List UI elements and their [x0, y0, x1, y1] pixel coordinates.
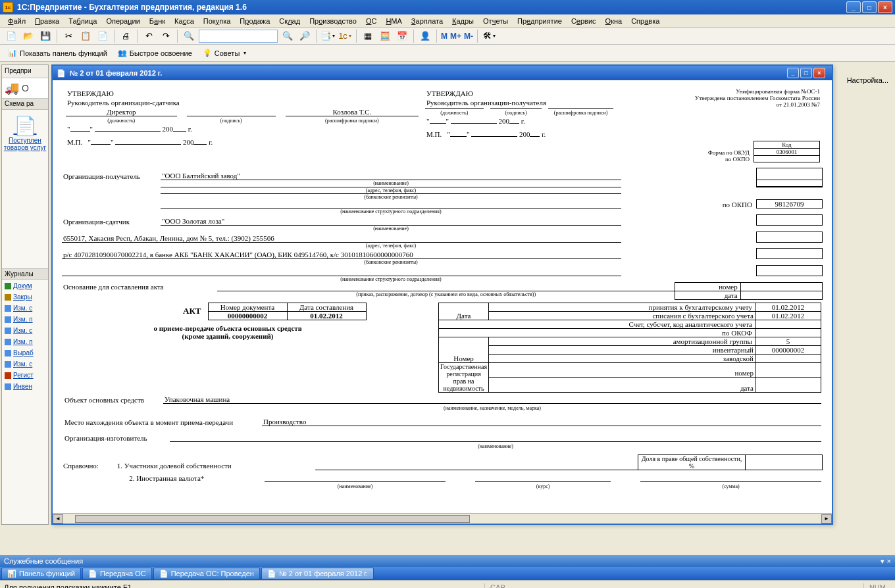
- undo-icon[interactable]: ↶: [141, 29, 156, 43]
- doc-titlebar: 📄 № 2 от 01 февраля 2012 г. _ □ ×: [53, 66, 832, 80]
- copy-icon[interactable]: 📋: [78, 29, 93, 43]
- maximize-button[interactable]: □: [862, 1, 877, 13]
- menu-operations[interactable]: Операции: [102, 16, 143, 26]
- journals-header: Журналы: [2, 268, 48, 280]
- window-taskbar: 📊 Панель функций 📄 Передача ОС 📄 Передач…: [0, 567, 895, 580]
- menu-enterprise[interactable]: Предприятие: [513, 16, 566, 26]
- tips-button[interactable]: 💡 Советы▾: [199, 47, 250, 59]
- doc-minimize-button[interactable]: _: [787, 68, 799, 78]
- open-icon[interactable]: 📂: [21, 29, 36, 43]
- menu-nma[interactable]: НМА: [382, 16, 405, 26]
- journal-item[interactable]: Изм. с: [2, 325, 48, 336]
- left-tab[interactable]: Предпри: [2, 65, 48, 78]
- menu-sale[interactable]: Продажа: [236, 16, 274, 26]
- m-minus-button[interactable]: M-: [464, 32, 473, 41]
- doc-maximize-button[interactable]: □: [800, 68, 812, 78]
- menu-kassa[interactable]: Касса: [170, 16, 198, 26]
- big-doc-link[interactable]: 📄 Поступлен товаров услуг: [2, 110, 48, 157]
- menu-purchase[interactable]: Покупка: [199, 16, 235, 26]
- doc-body: УТВЕРЖДАЮ Руководитель организации-сдатч…: [53, 80, 832, 524]
- redo-icon[interactable]: ↷: [159, 29, 173, 43]
- truck-icon: 🚚: [5, 81, 19, 95]
- doc-close-button[interactable]: ×: [813, 68, 825, 78]
- scroll-left-icon[interactable]: ◄: [53, 514, 63, 524]
- taskbar-item[interactable]: 📄 Передача ОС: [82, 568, 152, 579]
- sheet-icon[interactable]: ▦: [361, 29, 375, 43]
- journal-item[interactable]: Инвен: [2, 381, 48, 392]
- svc-pin-icon[interactable]: ▾: [881, 557, 884, 566]
- left-panel: Предпри 🚚 О Схема ра 📄 Поступлен товаров…: [1, 64, 49, 525]
- status-cap: CAP: [484, 583, 511, 589]
- menu-stock[interactable]: Склад: [275, 16, 304, 26]
- calendar-icon[interactable]: 📅: [395, 29, 409, 43]
- paste-icon[interactable]: 📄: [95, 29, 110, 43]
- document-window: 📄 № 2 от 01 февраля 2012 г. _ □ × УТВЕРЖ…: [51, 64, 833, 525]
- doc-icon: 📄: [57, 69, 66, 78]
- main-menu: Файл Правка Таблица Операции Банк Касса …: [0, 14, 895, 28]
- work-area: Предпри 🚚 О Схема ра 📄 Поступлен товаров…: [0, 62, 895, 555]
- close-button[interactable]: ×: [878, 1, 892, 13]
- status-bar: Для получения подсказки нажмите F1 CAP N…: [0, 580, 895, 588]
- m-plus-button[interactable]: M+: [450, 32, 461, 41]
- journal-item[interactable]: Регист: [2, 370, 48, 381]
- minimize-button[interactable]: _: [846, 1, 861, 13]
- menu-service[interactable]: Сервис: [567, 16, 600, 26]
- menu-windows[interactable]: Окна: [601, 16, 626, 26]
- doc-title: № 2 от 01 февраля 2012 г.: [70, 69, 162, 77]
- doc-scrollbar[interactable]: ◄ ►: [53, 513, 832, 524]
- menu-salary[interactable]: Зарплата: [407, 16, 447, 26]
- svc-close-icon[interactable]: ×: [887, 557, 891, 566]
- calc-icon[interactable]: 🧮: [378, 29, 392, 43]
- journal-item[interactable]: Изм. п: [2, 336, 48, 347]
- settings-icon[interactable]: 🛠▾: [482, 29, 496, 43]
- doc-page: УТВЕРЖДАЮ Руководитель организации-сдатч…: [53, 80, 832, 497]
- user-icon[interactable]: 👤: [418, 29, 432, 43]
- menu-os[interactable]: ОС: [362, 16, 381, 26]
- app-icon: 1c: [3, 2, 13, 12]
- quick-learn-button[interactable]: 👥 Быстрое освоение: [114, 47, 196, 59]
- menu-bank[interactable]: Банк: [145, 16, 169, 26]
- taskbar-item[interactable]: 📄 № 2 от 01 февраля 2012 г.: [261, 568, 374, 579]
- search-input[interactable]: [199, 30, 278, 43]
- taskbar-item[interactable]: 📊 Панель функций: [1, 568, 81, 579]
- journal-item[interactable]: Докум: [2, 280, 48, 291]
- menu-edit[interactable]: Правка: [31, 16, 63, 26]
- m-button[interactable]: M: [441, 32, 448, 41]
- menu-kadry[interactable]: Кадры: [448, 16, 478, 26]
- status-num: NUM: [863, 583, 891, 589]
- menu-reports[interactable]: Отчеты: [479, 16, 512, 26]
- journal-item[interactable]: Изм. с: [2, 358, 48, 370]
- find-next-icon[interactable]: 🔍: [280, 29, 295, 43]
- journal-item[interactable]: Изм. с: [2, 303, 48, 314]
- scroll-right-icon[interactable]: ►: [821, 514, 832, 524]
- journal-item[interactable]: Закры: [2, 291, 48, 303]
- main-titlebar: 1c 1С:Предприятие - Бухгалтерия предприя…: [0, 0, 895, 14]
- ic-icon[interactable]: 1c▾: [338, 29, 352, 43]
- copy-sheet-icon[interactable]: 📑▾: [320, 29, 335, 43]
- menu-table[interactable]: Таблица: [64, 16, 101, 26]
- menu-help[interactable]: Справка: [627, 16, 663, 26]
- show-panel-button[interactable]: 📊 Показать панель функций: [4, 47, 111, 59]
- taskbar-item[interactable]: 📄 Передача ОС: Проведен: [153, 568, 260, 579]
- toolbar-main: 📄 📂 💾 ✂ 📋 📄 🖨 ↶ ↷ 🔍 🔍 🔎 📑▾ 1c▾ ▦ 🧮 📅 👤 M…: [0, 28, 895, 45]
- menu-file[interactable]: Файл: [4, 16, 30, 26]
- panel-header: 🚚 О: [2, 78, 48, 98]
- toolbar-secondary: 📊 Показать панель функций 👥 Быстрое осво…: [0, 45, 895, 62]
- cut-icon[interactable]: ✂: [61, 29, 76, 43]
- find-icon[interactable]: 🔍: [182, 29, 196, 43]
- schema-header: Схема ра: [2, 98, 48, 110]
- scroll-thumb[interactable]: [75, 515, 470, 523]
- status-hint: Для получения подсказки нажмите F1: [4, 583, 132, 589]
- save-icon[interactable]: 💾: [38, 29, 53, 43]
- journal-item[interactable]: Выраб: [2, 347, 48, 358]
- service-messages-bar: Служебные сообщения ▾×: [0, 555, 895, 567]
- journal-item[interactable]: Изм. п: [2, 314, 48, 325]
- config-link[interactable]: Настройка...: [847, 76, 888, 84]
- print-icon[interactable]: 🖨: [118, 29, 133, 43]
- new-doc-icon[interactable]: 📄: [4, 29, 18, 43]
- menu-production[interactable]: Производство: [305, 16, 361, 26]
- find-prev-icon[interactable]: 🔎: [297, 29, 312, 43]
- app-title: 1С:Предприятие - Бухгалтерия предприятия…: [17, 3, 247, 12]
